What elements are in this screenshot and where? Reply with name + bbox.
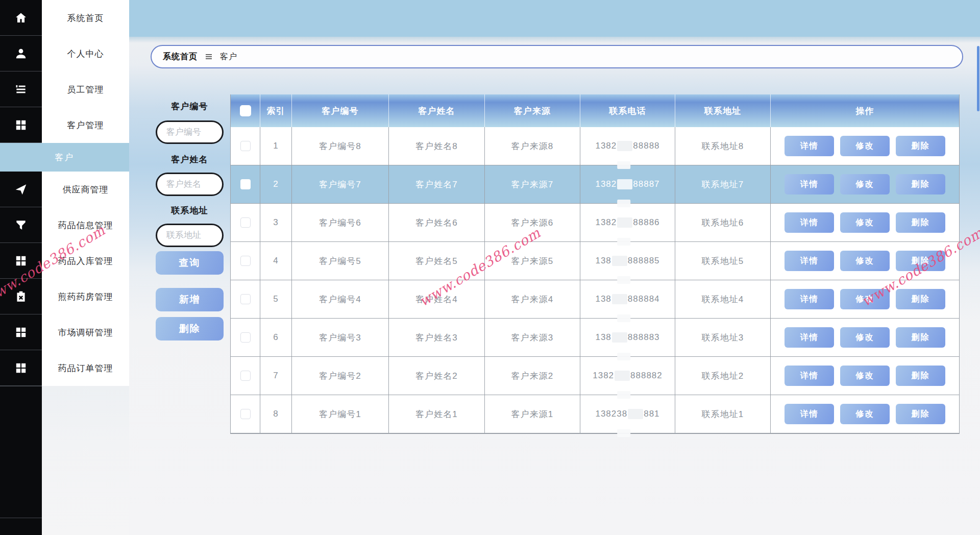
sidebar-background [42,386,129,535]
customer-code-input[interactable] [156,120,224,144]
delete-row-button[interactable]: 删除 [896,366,945,386]
detail-button[interactable]: 详情 [785,289,834,309]
delete-row-button[interactable]: 删除 [896,174,945,194]
detail-button[interactable]: 详情 [785,366,834,386]
sidebar-item[interactable]: 药品入库管理 [0,243,129,279]
detail-button[interactable]: 详情 [785,136,834,156]
sidebar-item[interactable]: 员工管理 [0,71,129,107]
sidebar-item[interactable]: 个人中心 [0,36,129,71]
cell-phone: 138288887 [580,165,675,204]
sidebar-item-label: 员工管理 [42,71,129,107]
cell-source: 客户来源2 [485,357,580,395]
table-row: 1客户编号8客户姓名8客户来源8138288888联系地址8详情修改删除 [231,127,959,165]
cell-actions: 详情修改删除 [771,242,959,280]
cell-actions: 详情修改删除 [771,280,959,319]
sidebar-item[interactable]: 系统首页 [0,0,129,36]
sidebar-active-subitem[interactable]: 客户 [0,143,129,172]
sidebar-icon-cell[interactable] [0,0,42,36]
delete-row-button[interactable]: 删除 [896,404,945,424]
cell-name: 客户姓名8 [389,127,485,165]
detail-button[interactable]: 详情 [785,212,834,233]
sidebar-item[interactable]: 药品订单管理 [0,350,129,386]
edit-button[interactable]: 修改 [840,404,890,424]
edit-button[interactable]: 修改 [840,327,890,348]
row-checkbox[interactable] [240,217,251,228]
row-checkbox[interactable] [240,179,251,189]
sidebar-item-label: 客户管理 [42,107,129,143]
sidebar-icon-cell[interactable] [0,243,42,279]
detail-button[interactable]: 详情 [785,404,834,424]
sidebar-icon-cell[interactable] [0,207,42,243]
filter-label-name: 客户姓名 [156,154,224,165]
cell-address: 联系地址3 [675,319,771,357]
cell-phone: 138288886 [580,204,675,242]
cell-source: 客户来源1 [485,395,580,433]
row-checkbox-cell [231,319,260,357]
cell-index: 1 [260,127,292,165]
col-source: 客户来源 [485,94,580,127]
sidebar-item[interactable]: 煎药药房管理 [0,279,129,314]
cell-phone: 138888883 [580,319,675,357]
sidebar-icon-cell[interactable] [0,350,42,386]
cell-phone: 138888885 [580,242,675,280]
cell-actions: 详情修改删除 [771,127,959,165]
row-checkbox[interactable] [240,371,251,381]
row-checkbox[interactable] [240,256,251,266]
breadcrumb: 系统首页 客户 [151,45,963,68]
delete-row-button[interactable]: 删除 [896,251,945,271]
edit-button[interactable]: 修改 [840,174,890,194]
sidebar-icon-rail [0,386,42,535]
sidebar-item[interactable]: 供应商管理 [0,172,129,207]
row-checkbox[interactable] [240,332,251,343]
cell-code: 客户编号4 [292,280,389,319]
edit-button[interactable]: 修改 [840,136,890,156]
list-icon [14,83,28,96]
edit-button[interactable]: 修改 [840,289,890,309]
vertical-scrollbar-thumb[interactable] [977,46,979,111]
cell-actions: 详情修改删除 [771,395,959,433]
add-button[interactable]: 新增 [156,288,224,311]
row-checkbox-cell [231,280,260,319]
select-all-checkbox[interactable] [240,105,251,116]
row-checkbox-cell [231,242,260,280]
row-checkbox-cell [231,165,260,204]
phone-redaction-patch [628,409,643,419]
contact-address-input[interactable] [156,224,224,247]
delete-row-button[interactable]: 删除 [896,136,945,156]
row-checkbox[interactable] [240,141,251,151]
sidebar-icon-cell[interactable] [0,279,42,314]
customer-table: 索引 客户编号 客户姓名 客户来源 联系电话 联系地址 操作 1客户编号8客户姓… [230,94,960,434]
delete-row-button[interactable]: 删除 [896,212,945,233]
sidebar-item[interactable]: 药品信息管理 [0,207,129,243]
sidebar-icon-cell[interactable] [0,71,42,107]
breadcrumb-root[interactable]: 系统首页 [163,52,198,62]
sidebar-icon-cell[interactable] [0,172,42,207]
cell-code: 客户编号5 [292,242,389,280]
detail-button[interactable]: 详情 [785,251,834,271]
sidebar-icon-cell[interactable] [0,107,42,143]
edit-button[interactable]: 修改 [840,366,890,386]
delete-row-button[interactable]: 删除 [896,327,945,348]
row-checkbox[interactable] [240,294,251,304]
sidebar-item-label: 药品信息管理 [42,207,129,243]
search-button[interactable]: 查询 [156,251,224,275]
sidebar-icon-cell[interactable] [0,36,42,71]
sidebar-icon-cell[interactable] [0,314,42,350]
rail-divider [0,518,42,518]
sidebar-item[interactable]: 客户管理 [0,107,129,143]
sidebar-item-label: 药品入库管理 [42,243,129,279]
sidebar-item[interactable]: 市场调研管理 [0,314,129,350]
edit-button[interactable]: 修改 [840,251,890,271]
customer-name-input[interactable] [156,173,224,196]
delete-button[interactable]: 删除 [156,317,224,341]
row-checkbox[interactable] [240,409,251,419]
sidebar-item-label: 供应商管理 [42,172,129,207]
table-row: 3客户编号6客户姓名6客户来源6138288886联系地址6详情修改删除 [231,204,959,242]
col-index: 索引 [260,94,292,127]
delete-row-button[interactable]: 删除 [896,289,945,309]
cell-address: 联系地址2 [675,357,771,395]
detail-button[interactable]: 详情 [785,174,834,194]
detail-button[interactable]: 详情 [785,327,834,348]
edit-button[interactable]: 修改 [840,212,890,233]
col-code: 客户编号 [292,94,389,127]
